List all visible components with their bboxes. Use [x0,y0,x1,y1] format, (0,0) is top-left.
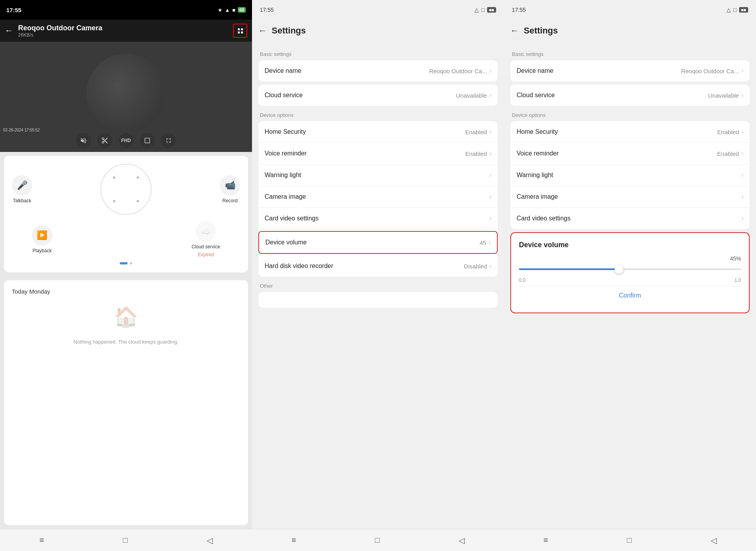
talkback-icon-circle: 🎤 [12,175,32,196]
widgets-area: 🎤 Talkback 📹 Record ▶️ Playback [4,156,248,272]
device-options-card-2: Home Security Enabled › Voice reminder E… [510,121,750,229]
nav-back-1[interactable]: ◁ [197,533,222,548]
dot-inactive [130,262,132,264]
nav-bar-2: ≡ □ ◁ [252,529,504,551]
slider-thumb[interactable] [615,265,623,274]
cloud-service-value-1: Unavailable › [456,92,491,99]
cloud-service-row-2[interactable]: Cloud service Unavailable › [510,85,750,106]
nav-menu-3[interactable]: ≡ [534,533,558,548]
pagination [12,262,240,264]
chevron-icon-16: › [741,215,743,222]
chevron-icon-3: › [489,128,491,135]
settings-back-button-1[interactable]: ← [258,26,267,36]
nav-menu-1[interactable]: ≡ [30,533,54,548]
slider-range: 0.0 1.0 [519,277,741,283]
chevron-icon-8: › [489,239,491,246]
warning-light-row-2[interactable]: Warning light › [510,165,750,186]
joystick-dot-tl [113,176,115,179]
quality-button[interactable]: FHD [119,133,133,148]
nav-home-3[interactable]: □ [617,533,641,548]
confirm-button[interactable]: Confirm [519,286,741,305]
cloud-service-card-2: Cloud service Unavailable › [510,85,750,106]
no-event-icon: 🏠 [110,301,142,333]
basic-settings-label-1: Basic settings [260,51,498,57]
camera-title-group: Reoqoo Outdoor Camera 26KB/s [18,24,228,38]
voice-reminder-row-1[interactable]: Voice reminder Enabled › [258,143,498,165]
chevron-icon-4: › [489,150,491,157]
device-name-row-2[interactable]: Device name Reoqoo Outdoor Ca... › [510,60,750,81]
chevron-icon-2: › [489,92,491,99]
nav-home-2[interactable]: □ [365,533,389,548]
settings-back-button-2[interactable]: ← [510,26,519,36]
warning-light-row-1[interactable]: Warning light › [258,165,498,186]
resize-button[interactable] [140,133,155,148]
settings-title-1: Settings [272,26,306,36]
home-security-row-2[interactable]: Home Security Enabled › [510,121,750,143]
slider-min: 0.0 [519,277,526,283]
chevron-icon-6: › [489,193,491,200]
joystick-area[interactable] [36,164,216,215]
battery-2: ■■ [487,7,496,13]
widget-row-2: ▶️ Playback ☁️ Cloud service Expired [12,221,240,257]
cloud-service-label-1: Cloud service [265,92,303,99]
device-volume-row-1[interactable]: Device volume 45 › [258,231,498,254]
status-icons-3: △ □ ■■ [726,7,748,13]
status-time-3: 17:55 [512,7,526,13]
no-event-text: Nothing happened. The cloud keeps guardi… [74,339,178,345]
settings-header-1: ← Settings [252,20,504,42]
panel-settings-1: 17:55 △ □ ■■ ← Settings Basic settings D… [252,0,504,551]
playback-widget[interactable]: ▶️ Playback [32,225,52,253]
voice-reminder-row-2[interactable]: Voice reminder Enabled › [510,143,750,165]
playback-icon-circle: ▶️ [32,225,52,246]
device-options-label-2: Device options [512,112,750,118]
cloud-service-row-1[interactable]: Cloud service Unavailable › [258,85,498,106]
volume-popup-title: Device volume [519,241,741,249]
grid-menu-button[interactable] [233,24,247,38]
camera-image-row-1[interactable]: Camera image › [258,186,498,208]
mute-icon [80,137,87,144]
mute-button[interactable] [76,133,91,148]
nav-home-1[interactable]: □ [113,533,137,548]
camera-title: Reoqoo Outdoor Camera [18,24,228,32]
dot-active [120,262,128,264]
card-video-row-1[interactable]: Card video settings › [258,208,498,229]
device-name-row-1[interactable]: Device name Reoqoo Outdoor Ca... › [258,60,498,81]
chevron-icon-11: › [741,92,743,99]
chevron-icon: › [489,67,491,74]
volume-slider-container[interactable] [519,263,741,275]
home-security-row-1[interactable]: Home Security Enabled › [258,121,498,143]
settings-title-2: Settings [524,26,558,36]
cloud-label: Cloud service [191,244,220,250]
camera-back-button[interactable]: ← [5,26,13,36]
grid-icon [238,28,243,33]
chevron-icon-7: › [489,215,491,222]
fullscreen-button[interactable] [161,133,176,148]
record-icon-circle: 📹 [220,175,240,196]
camera-controls: FHD [76,133,176,148]
card-video-row-2[interactable]: Card video settings › [510,208,750,229]
nav-menu-2[interactable]: ≡ [282,533,306,548]
slider-fill [519,268,619,270]
nav-back-2[interactable]: ◁ [449,533,474,548]
camera-header: ← Reoqoo Outdoor Camera 26KB/s [0,20,252,42]
signal-icon-2: □ [481,7,484,13]
chevron-icon-14: › [741,172,743,179]
cloud-expired-label: Expired [198,252,214,257]
device-options-card-1: Home Security Enabled › Voice reminder E… [258,121,498,277]
record-widget[interactable]: 📹 Record [220,175,240,203]
scissors-button[interactable] [97,133,112,148]
battery-3: ■■ [739,7,748,13]
hard-disk-row-1[interactable]: Hard disk video recorder Disabled › [258,255,498,277]
talkback-label: Talkback [13,198,32,203]
other-card-1 [258,292,498,308]
slider-max: 1.0 [734,277,741,283]
wifi-icon-2: △ [474,7,479,13]
camera-timestamp: 02-26-2024 17:55:52 [3,128,40,132]
camera-image-row-2[interactable]: Camera image › [510,186,750,208]
status-time-2: 17:55 [260,7,274,13]
cloud-widget[interactable]: ☁️ Cloud service Expired [191,221,220,257]
nav-back-3[interactable]: ◁ [701,533,726,548]
today-title: Today Monday [12,288,50,295]
widget-row: 🎤 Talkback 📹 Record [12,164,240,215]
talkback-widget[interactable]: 🎤 Talkback [12,175,32,203]
